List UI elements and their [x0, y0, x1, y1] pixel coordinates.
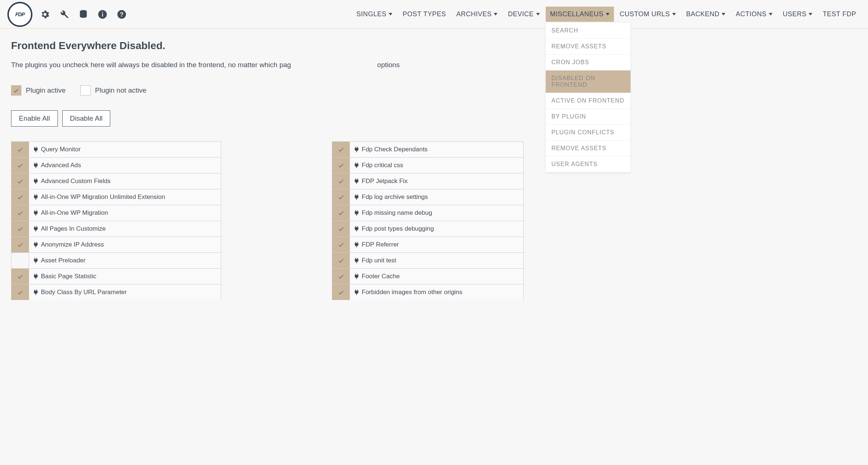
plugin-name-cell[interactable]: FDP Referrer: [350, 237, 523, 252]
nav-item-test-fdp[interactable]: TEST FDP: [818, 7, 861, 22]
plugin-name-cell[interactable]: Asset Preloader: [29, 253, 221, 268]
dropdown-item-by-plugin[interactable]: BY PLUGIN: [546, 109, 631, 125]
logo[interactable]: FDP: [7, 2, 32, 27]
plugin-checkbox[interactable]: [11, 221, 29, 237]
check-icon: [17, 178, 24, 185]
plugin-checkbox[interactable]: [11, 269, 29, 284]
plugin-name-cell[interactable]: All-in-One WP Migration: [29, 205, 221, 221]
plugin-checkbox[interactable]: [332, 158, 350, 173]
plugin-checkbox[interactable]: [332, 221, 350, 237]
plugin-name-cell[interactable]: Fdp post types debugging: [350, 221, 523, 237]
plugin-checkbox[interactable]: [11, 173, 29, 189]
plugin-checkbox[interactable]: [11, 142, 29, 157]
plugin-name-cell[interactable]: Fdp Check Dependants: [350, 142, 523, 157]
plug-icon: [353, 225, 360, 232]
plugin-name-cell[interactable]: Fdp missing name debug: [350, 205, 523, 221]
plug-icon: [32, 241, 39, 248]
content: Frontend Everywhere Disabled. The plugin…: [0, 29, 868, 300]
plugin-label: All-in-One WP Migration: [41, 209, 108, 217]
database-icon[interactable]: [78, 9, 88, 20]
plugin-checkbox[interactable]: [332, 205, 350, 221]
plugin-row: All-in-One WP Migration Unlimited Extens…: [11, 189, 221, 205]
plugin-checkbox[interactable]: [332, 237, 350, 252]
nav-item-miscellaneus[interactable]: MISCELLANEUS: [546, 7, 614, 22]
nav-item-device[interactable]: DEVICE: [503, 7, 544, 22]
plug-icon: [353, 178, 360, 185]
check-icon: [17, 162, 24, 169]
plugin-label: FDP Referrer: [362, 241, 399, 248]
chevron-down-icon: [494, 13, 497, 16]
desc-suffix: options: [375, 61, 400, 69]
desc-prefix: The plugins you uncheck here will always…: [11, 61, 291, 69]
check-icon: [337, 241, 345, 248]
nav-item-archives[interactable]: ARCHIVES: [452, 7, 502, 22]
dropdown-item-cron-jobs[interactable]: CRON JOBS: [546, 55, 631, 70]
plugin-name-cell[interactable]: Query Monitor: [29, 142, 221, 157]
plugin-label: All-in-One WP Migration Unlimited Extens…: [41, 193, 165, 201]
nav-item-actions[interactable]: ACTIONS: [731, 7, 777, 22]
plugin-name-cell[interactable]: Advanced Custom Fields: [29, 173, 221, 189]
plugin-checkbox[interactable]: [11, 285, 29, 300]
plugin-row: Fdp Check Dependants: [332, 141, 524, 158]
plug-icon: [353, 257, 360, 264]
dropdown-item-active-on-frontend[interactable]: ACTIVE ON FRONTEND: [546, 93, 631, 109]
dropdown-item-remove-assets[interactable]: REMOVE ASSETS: [546, 141, 631, 156]
check-icon: [337, 289, 345, 296]
plugin-checkbox[interactable]: [332, 285, 350, 300]
nav-item-backend[interactable]: BACKEND: [682, 7, 730, 22]
plugin-name-cell[interactable]: Body Class By URL Parameter: [29, 285, 221, 300]
plugin-row: Fdp critical css: [332, 157, 524, 173]
plugin-row: All-in-One WP Migration: [11, 205, 221, 221]
check-icon: [337, 257, 345, 264]
plugin-name-cell[interactable]: Anonymize IP Address: [29, 237, 221, 252]
check-icon: [337, 193, 345, 201]
dropdown-item-user-agents[interactable]: USER AGENTS: [546, 156, 631, 172]
help-icon[interactable]: [117, 9, 127, 20]
wrench-icon[interactable]: [59, 9, 69, 20]
dropdown-item-search[interactable]: SEARCH: [546, 23, 631, 39]
plugin-name-cell[interactable]: Footer Cache: [350, 269, 523, 284]
plugin-checkbox[interactable]: [332, 253, 350, 268]
check-icon: [337, 225, 345, 232]
nav-label: MISCELLANEUS: [550, 10, 604, 18]
plugin-checkbox[interactable]: [11, 253, 29, 268]
nav-item-custom-urls[interactable]: CUSTOM URLS: [615, 7, 680, 22]
legend-inactive-label: Plugin not active: [95, 86, 146, 94]
page-title: Frontend Everywhere Disabled.: [11, 40, 857, 52]
plugin-checkbox[interactable]: [332, 189, 350, 205]
plug-icon: [353, 273, 360, 280]
plugin-name-cell[interactable]: FDP Jetpack Fix: [350, 173, 523, 189]
plugin-name-cell[interactable]: Fdp unit test: [350, 253, 523, 268]
nav-item-users[interactable]: USERS: [778, 7, 817, 22]
plugin-name-cell[interactable]: Advanced Ads: [29, 158, 221, 173]
plugin-name-cell[interactable]: Forbidden images from other origins: [350, 285, 523, 300]
plugin-label: Fdp unit test: [362, 257, 396, 264]
plugin-checkbox[interactable]: [11, 158, 29, 173]
plugin-checkbox[interactable]: [11, 189, 29, 205]
nav-item-singles[interactable]: SINGLES: [352, 7, 397, 22]
enable-all-button[interactable]: Enable All: [11, 110, 58, 127]
plugin-checkbox[interactable]: [332, 173, 350, 189]
check-icon: [17, 273, 24, 280]
plugin-label: Basic Page Statistic: [41, 273, 96, 280]
nav-item-post-types[interactable]: POST TYPES: [398, 7, 450, 22]
info-icon[interactable]: [97, 9, 108, 20]
dropdown-item-disabled-on-frontend[interactable]: DISABLED ON FRONTEND: [546, 70, 631, 93]
plugin-name-cell[interactable]: Fdp log archive settings: [350, 189, 523, 205]
plugin-row: Fdp unit test: [332, 252, 524, 269]
plugin-label: Fdp Check Dependants: [362, 146, 428, 153]
plugin-checkbox[interactable]: [11, 205, 29, 221]
plugin-checkbox[interactable]: [332, 269, 350, 284]
nav-label: ARCHIVES: [456, 10, 492, 18]
plugin-name-cell[interactable]: Basic Page Statistic: [29, 269, 221, 284]
gear-icon[interactable]: [40, 9, 50, 20]
dropdown-item-remove-assets[interactable]: REMOVE ASSETS: [546, 39, 631, 55]
plugin-name-cell[interactable]: All Pages In Customize: [29, 221, 221, 237]
plugin-name-cell[interactable]: All-in-One WP Migration Unlimited Extens…: [29, 189, 221, 205]
plugin-checkbox[interactable]: [11, 237, 29, 252]
chevron-down-icon: [769, 13, 772, 16]
plugin-checkbox[interactable]: [332, 142, 350, 157]
dropdown-item-plugin-conflicts[interactable]: PLUGIN CONFLICTS: [546, 125, 631, 141]
plugin-name-cell[interactable]: Fdp critical css: [350, 158, 523, 173]
disable-all-button[interactable]: Disable All: [62, 110, 111, 127]
